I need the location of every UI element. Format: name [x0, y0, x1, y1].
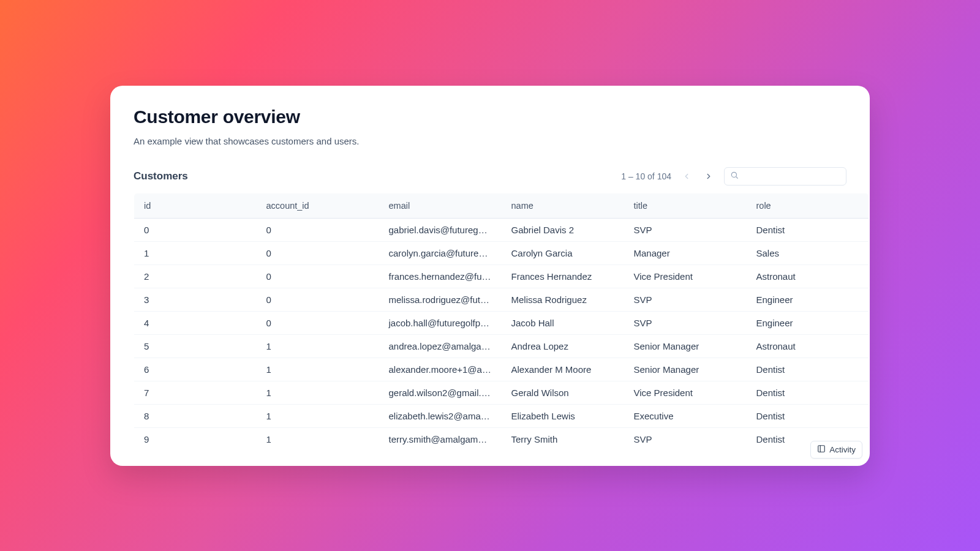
cell-role: Sales [747, 241, 869, 264]
cell-id: 5 [134, 334, 257, 358]
table-header-row: id account_id email name title role [134, 193, 869, 218]
cell-name: Gerald Wilson [502, 381, 624, 404]
table-row[interactable]: 91terry.smith@amalgama…Terry SmithSVPDen… [134, 427, 869, 451]
cell-name: Gabriel Davis 2 [502, 218, 624, 241]
chevron-left-icon [682, 172, 691, 181]
cell-title: Executive [624, 404, 747, 427]
cell-title: SVP [624, 427, 747, 451]
cell-email: frances.hernandez@fu… [379, 264, 502, 288]
col-header-name[interactable]: name [502, 193, 624, 218]
overview-card: Customer overview An example view that s… [110, 86, 870, 466]
cell-role: Astronaut [747, 334, 869, 358]
cell-email: melissa.rodriguez@fut… [379, 288, 502, 311]
cell-email: andrea.lopez@amalga… [379, 334, 502, 358]
table-row[interactable]: 61alexander.moore+1@a…Alexander M MooreS… [134, 358, 869, 381]
cell-title: SVP [624, 218, 747, 241]
table-header-bar: Customers 1 – 10 of 104 [134, 167, 846, 186]
page-subtitle: An example view that showcases customers… [134, 136, 846, 146]
page-title: Customer overview [134, 107, 846, 127]
svg-rect-2 [818, 445, 825, 452]
cell-email: elizabeth.lewis2@amal… [379, 404, 502, 427]
activity-button[interactable]: Activity [810, 441, 862, 459]
cell-account_id: 1 [257, 381, 379, 404]
page-prev-button[interactable] [680, 170, 693, 183]
cell-role: Engineer [747, 288, 869, 311]
cell-name: Andrea Lopez [502, 334, 624, 358]
cell-name: Elizabeth Lewis [502, 404, 624, 427]
customers-table: id account_id email name title role 00ga… [134, 193, 869, 451]
cell-name: Melissa Rodriguez [502, 288, 624, 311]
col-header-title[interactable]: title [624, 193, 747, 218]
cell-id: 4 [134, 311, 257, 334]
cell-title: SVP [624, 288, 747, 311]
cell-account_id: 0 [257, 218, 379, 241]
cell-account_id: 0 [257, 241, 379, 264]
cell-email: carolyn.garcia@futureg… [379, 241, 502, 264]
cell-id: 6 [134, 358, 257, 381]
cell-email: gerald.wilson2@gmail.… [379, 381, 502, 404]
cell-account_id: 1 [257, 404, 379, 427]
cell-name: Alexander M Moore [502, 358, 624, 381]
cell-name: Terry Smith [502, 427, 624, 451]
cell-title: Senior Manager [624, 358, 747, 381]
cell-title: Senior Manager [624, 334, 747, 358]
pagination-label: 1 – 10 of 104 [621, 171, 671, 181]
search-input[interactable] [724, 167, 846, 186]
cell-account_id: 1 [257, 427, 379, 451]
cell-role: Dentist [747, 358, 869, 381]
cell-name: Carolyn Garcia [502, 241, 624, 264]
cell-title: Vice President [624, 264, 747, 288]
cell-account_id: 0 [257, 311, 379, 334]
cell-id: 3 [134, 288, 257, 311]
table-row[interactable]: 40jacob.hall@futuregolfp…Jacob HallSVPEn… [134, 311, 869, 334]
col-header-role[interactable]: role [747, 193, 869, 218]
search-wrap [724, 167, 846, 186]
table-row[interactable]: 00gabriel.davis@futurego…Gabriel Davis 2… [134, 218, 869, 241]
cell-name: Frances Hernandez [502, 264, 624, 288]
col-header-account-id[interactable]: account_id [257, 193, 379, 218]
cell-id: 8 [134, 404, 257, 427]
cell-account_id: 1 [257, 334, 379, 358]
cell-title: SVP [624, 311, 747, 334]
cell-id: 1 [134, 241, 257, 264]
col-header-email[interactable]: email [379, 193, 502, 218]
cell-account_id: 0 [257, 264, 379, 288]
cell-email: alexander.moore+1@a… [379, 358, 502, 381]
col-header-id[interactable]: id [134, 193, 257, 218]
cell-id: 2 [134, 264, 257, 288]
cell-email: terry.smith@amalgama… [379, 427, 502, 451]
cell-id: 9 [134, 427, 257, 451]
cell-id: 0 [134, 218, 257, 241]
page-next-button[interactable] [702, 170, 715, 183]
cell-email: gabriel.davis@futurego… [379, 218, 502, 241]
table-row[interactable]: 20frances.hernandez@fu…Frances Hernandez… [134, 264, 869, 288]
table-row[interactable]: 10carolyn.garcia@futureg…Carolyn GarciaM… [134, 241, 869, 264]
cell-title: Vice President [624, 381, 747, 404]
cell-name: Jacob Hall [502, 311, 624, 334]
table-row[interactable]: 30melissa.rodriguez@fut…Melissa Rodrigue… [134, 288, 869, 311]
table-row[interactable]: 81elizabeth.lewis2@amal…Elizabeth LewisE… [134, 404, 869, 427]
chevron-right-icon [704, 172, 713, 181]
cell-role: Dentist [747, 404, 869, 427]
activity-icon [817, 444, 826, 455]
cell-role: Engineer [747, 311, 869, 334]
table-row[interactable]: 51andrea.lopez@amalga…Andrea LopezSenior… [134, 334, 869, 358]
activity-label: Activity [829, 445, 856, 454]
cell-role: Dentist [747, 218, 869, 241]
cell-account_id: 0 [257, 288, 379, 311]
cell-account_id: 1 [257, 358, 379, 381]
cell-title: Manager [624, 241, 747, 264]
table-row[interactable]: 71gerald.wilson2@gmail.…Gerald WilsonVic… [134, 381, 869, 404]
cell-role: Astronaut [747, 264, 869, 288]
cell-role: Dentist [747, 381, 869, 404]
table-title: Customers [134, 170, 188, 182]
cell-email: jacob.hall@futuregolfp… [379, 311, 502, 334]
cell-id: 7 [134, 381, 257, 404]
table-controls: 1 – 10 of 104 [621, 167, 846, 186]
